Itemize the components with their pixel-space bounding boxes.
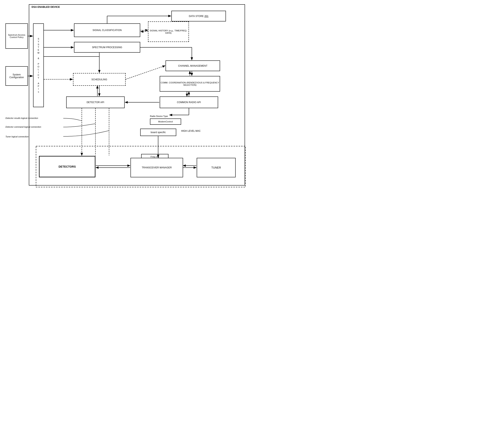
detector-api-box: DETECTOR API [66, 96, 125, 108]
spectrum-processing-box: SPECTRUM PROCESSING [74, 42, 140, 53]
signal-classification-box: SIGNAL CLASSIFICATION [74, 23, 140, 37]
comm-coordination-box: COMM. COORDINATION (RENDEZVOUS & FREQUEN… [160, 76, 220, 92]
dsa-device-label: DSA ENABLED DEVICE [31, 5, 60, 8]
modem-control-box: ModemControl [150, 118, 181, 125]
transceiver-manager-box: TRANSCEIVER MANAGER [130, 158, 183, 177]
tuner-box: TUNER [197, 158, 236, 177]
detectors-box: DETECTORS [39, 156, 95, 177]
system-config-box: System Configuration [5, 66, 28, 86]
spectrum-policy-box: Spectrum Access Control Policy [5, 23, 28, 49]
board-specific-box: board specific [140, 129, 176, 136]
scheduling-box: SCHEDULING [73, 73, 126, 86]
signal-history-box: SIGNAL HISTORY (e.g., TIME/FREQ. DATA) [148, 21, 189, 42]
tuner-logical-label: Tuner logical connection [5, 135, 29, 138]
channel-management-box: CHANNEL MANAGEMENT [166, 60, 220, 71]
common-radio-api-box: COMMON RADIO API [160, 96, 218, 108]
data-store-box: DATA STORE 201 [171, 11, 226, 21]
diagram-container: DSA ENABLED DEVICE DATA STORE 201 SIGNAL… [0, 0, 252, 220]
radio-device-type-label: Radio Device Type [150, 115, 168, 117]
detector-command-label: Detector command logical connection [5, 126, 41, 128]
system-policy-api-box: S Y S T E M & P O L I C Y A P I s [33, 23, 44, 107]
high-level-mac-label: HIGH LEVEL MAC [181, 130, 200, 132]
detector-results-label: Detector results logical connection [5, 117, 38, 119]
